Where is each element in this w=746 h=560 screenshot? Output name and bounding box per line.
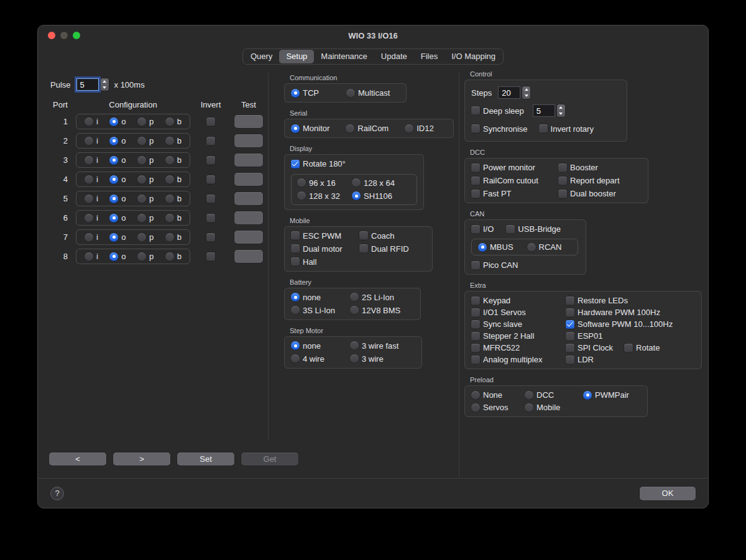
radio-128x64[interactable]: 128 x 64 xyxy=(352,178,411,188)
port-1-radio-o[interactable]: o xyxy=(109,117,126,126)
can-io-checkbox[interactable]: I/O xyxy=(471,224,494,234)
radio-id12[interactable]: ID12 xyxy=(405,124,433,133)
invert-rotary-checkbox[interactable]: Invert rotary xyxy=(539,124,594,134)
port-7-invert-checkbox[interactable] xyxy=(206,233,215,242)
radio-2s-liion[interactable]: 2S Li-Ion xyxy=(350,293,414,302)
dual-booster-checkbox[interactable]: Dual booster xyxy=(558,189,642,198)
software-pwm-checkbox[interactable]: Software PWM 10...100Hz xyxy=(566,319,695,329)
booster-checkbox[interactable]: Booster xyxy=(558,163,642,172)
fast-pt-checkbox[interactable]: Fast PT xyxy=(471,189,558,198)
port-5-invert-checkbox[interactable] xyxy=(206,195,215,203)
ok-button[interactable]: OK xyxy=(640,487,696,500)
port-8-radio-b[interactable]: b xyxy=(165,252,182,261)
radio-128x32[interactable]: 128 x 32 xyxy=(297,191,352,201)
radio-4-wire[interactable]: 4 wire xyxy=(291,354,350,364)
radio-preload-none[interactable]: None xyxy=(471,390,525,400)
port-8-radio-o[interactable]: o xyxy=(109,252,126,261)
port-3-radio-b[interactable]: b xyxy=(165,155,182,165)
port-8-radio-p[interactable]: p xyxy=(137,252,154,261)
tab-query[interactable]: Query xyxy=(244,50,279,63)
sync-slave-checkbox[interactable]: Sync slave xyxy=(471,319,566,329)
port-6-invert-checkbox[interactable] xyxy=(206,214,215,223)
port-7-radio-b[interactable]: b xyxy=(165,232,182,242)
port-3-radio-o[interactable]: o xyxy=(109,155,126,165)
esc-pwm-checkbox[interactable]: ESC PWM xyxy=(291,231,359,241)
port-2-test-button[interactable] xyxy=(234,134,263,147)
radio-12v8-bms[interactable]: 12V8 BMS xyxy=(350,306,414,315)
usb-bridge-checkbox[interactable]: USB-Bridge xyxy=(506,224,561,234)
hardware-pwm-checkbox[interactable]: Hardware PWM 100Hz xyxy=(566,308,695,317)
port-8-radio-i[interactable]: i xyxy=(85,252,98,261)
port-6-radio-p[interactable]: p xyxy=(137,213,154,223)
synchronise-checkbox[interactable]: Synchronise xyxy=(471,124,528,134)
step-up-icon[interactable] xyxy=(101,78,109,85)
radio-preload-mobile[interactable]: Mobile xyxy=(525,403,583,412)
prev-button[interactable]: < xyxy=(49,452,106,466)
dual-motor-checkbox[interactable]: Dual motor xyxy=(291,244,359,254)
port-7-radio-i[interactable]: i xyxy=(85,232,98,242)
mfrc522-checkbox[interactable]: MFRC522 xyxy=(471,343,566,352)
port-5-test-button[interactable] xyxy=(234,192,263,205)
pulse-stepper-arrows[interactable] xyxy=(101,78,109,91)
port-7-radio-p[interactable]: p xyxy=(137,232,154,242)
port-2-invert-checkbox[interactable] xyxy=(206,137,215,145)
port-3-test-button[interactable] xyxy=(234,154,263,167)
tab-io-mapping[interactable]: I/O Mapping xyxy=(444,50,502,63)
radio-preload-servos[interactable]: Servos xyxy=(471,403,525,412)
restore-leds-checkbox[interactable]: Restore LEDs xyxy=(566,296,695,305)
hall-checkbox[interactable]: Hall xyxy=(291,257,359,267)
radio-preload-dcc[interactable]: DCC xyxy=(525,390,583,400)
port-2-radio-i[interactable]: i xyxy=(85,136,98,145)
port-4-invert-checkbox[interactable] xyxy=(206,175,215,184)
close-button[interactable] xyxy=(48,32,55,39)
radio-tcp[interactable]: TCP xyxy=(291,88,319,98)
radio-mbus[interactable]: MBUS xyxy=(478,242,513,252)
radio-3-wire-fast[interactable]: 3 wire fast xyxy=(350,341,415,351)
steps-stepper-arrows[interactable] xyxy=(522,86,530,99)
port-4-radio-i[interactable]: i xyxy=(85,175,98,184)
step-down-icon[interactable] xyxy=(522,93,530,99)
zoom-button[interactable] xyxy=(73,32,80,39)
esp01-checkbox[interactable]: ESP01 xyxy=(566,331,695,341)
rotate-checkbox[interactable]: Rotate xyxy=(624,343,660,352)
steps-input[interactable]: 20 xyxy=(498,86,520,99)
radio-railcom[interactable]: RailCom xyxy=(346,124,389,133)
coach-checkbox[interactable]: Coach xyxy=(359,231,426,241)
port-8-invert-checkbox[interactable] xyxy=(206,252,215,261)
port-1-radio-p[interactable]: p xyxy=(137,117,154,126)
port-1-invert-checkbox[interactable] xyxy=(206,117,215,126)
tab-maintenance[interactable]: Maintenance xyxy=(314,50,374,63)
port-2-radio-o[interactable]: o xyxy=(109,136,126,145)
radio-multicast[interactable]: Multicast xyxy=(346,88,390,98)
pulse-input[interactable]: 5 xyxy=(76,78,99,91)
port-3-radio-i[interactable]: i xyxy=(85,155,98,165)
radio-3s-liion[interactable]: 3S Li-Ion xyxy=(291,306,350,315)
port-3-radio-p[interactable]: p xyxy=(137,155,154,165)
power-monitor-checkbox[interactable]: Power monitor xyxy=(471,163,558,172)
port-7-test-button[interactable] xyxy=(234,231,263,244)
port-8-test-button[interactable] xyxy=(234,250,263,263)
tab-update[interactable]: Update xyxy=(374,50,414,63)
step-down-icon[interactable] xyxy=(557,111,565,117)
port-6-radio-b[interactable]: b xyxy=(165,213,182,223)
tab-files[interactable]: Files xyxy=(414,50,444,63)
port-4-radio-b[interactable]: b xyxy=(165,175,182,184)
rotate-180-checkbox[interactable]: Rotate 180° xyxy=(291,159,346,168)
port-6-radio-i[interactable]: i xyxy=(85,213,98,223)
port-5-radio-o[interactable]: o xyxy=(109,194,126,203)
radio-stepmotor-none[interactable]: none xyxy=(291,341,350,351)
next-button[interactable]: > xyxy=(113,452,170,466)
deep-sleep-checkbox[interactable]: Deep sleep xyxy=(471,106,524,116)
port-4-radio-p[interactable]: p xyxy=(137,175,154,184)
stepper-2-hall-checkbox[interactable]: Stepper 2 Hall xyxy=(471,331,566,341)
port-4-test-button[interactable] xyxy=(234,173,263,186)
help-button[interactable]: ? xyxy=(50,487,64,500)
radio-sh1106[interactable]: SH1106 xyxy=(352,191,411,201)
report-depart-checkbox[interactable]: Report depart xyxy=(558,176,642,185)
step-down-icon[interactable] xyxy=(101,85,109,91)
radio-rcan[interactable]: RCAN xyxy=(527,242,562,252)
port-6-radio-o[interactable]: o xyxy=(109,213,126,223)
radio-monitor[interactable]: Monitor xyxy=(291,124,329,133)
step-up-icon[interactable] xyxy=(557,104,565,111)
port-4-radio-o[interactable]: o xyxy=(109,175,126,184)
